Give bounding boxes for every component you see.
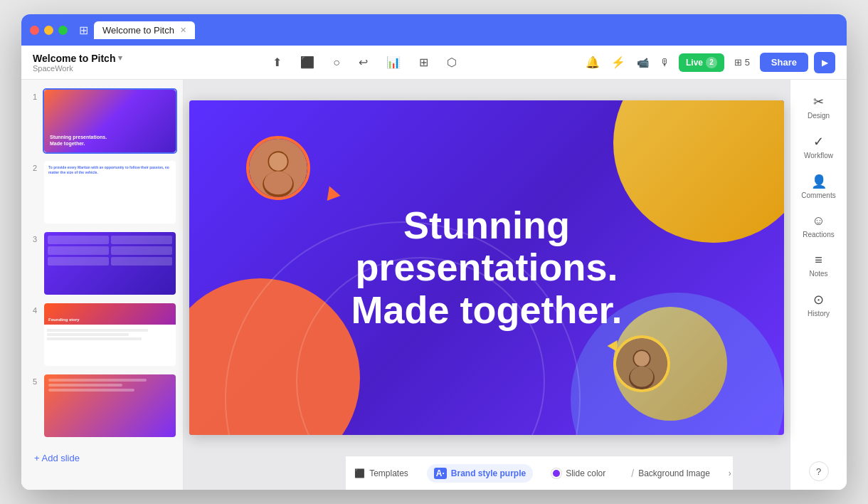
window-controls [30,26,68,35]
tab-title: Welcome to Pitch [102,25,174,36]
templates-label: Templates [369,468,408,478]
chart-tool-icon[interactable]: 📊 [383,53,403,72]
reactions-icon: ☺ [812,214,825,229]
live-button[interactable]: Live 2 [679,53,724,72]
history-tool[interactable]: ⊙ History [795,286,843,323]
comments-tool[interactable]: 👤 Comments [795,168,843,205]
history-icon: ⊙ [813,292,824,308]
slide-preview-5[interactable] [43,373,177,439]
avatar-top-left [246,136,310,200]
workflow-tool[interactable]: ✓ Workflow [795,128,843,165]
notes-tool[interactable]: ≡ Notes [795,247,843,283]
slide-number-4: 4 [27,306,37,315]
active-tab[interactable]: Welcome to Pitch ✕ [94,21,195,39]
design-label: Design [808,112,830,120]
embed-tool-icon[interactable]: ⬡ [444,53,460,72]
help-icon: ? [816,466,821,477]
svg-point-9 [630,367,653,387]
slide-line2: Made together. [273,289,700,331]
slide4-content [44,325,176,345]
bottom-toolbar: ⬛ Templates A· Brand style purple Slide … [346,456,733,490]
canvas-background: Stunning presentations. Made together. [189,100,784,435]
table-tool-icon[interactable]: ⊞ [416,53,431,72]
grid-icon: ⊞ [79,23,88,37]
slide-number-3: 3 [27,235,37,243]
slide-line1: Stunning presentations. [273,204,700,289]
templates-icon: ⬛ [354,468,365,478]
slide3-grid [44,232,176,269]
slide-count-value: 5 [745,57,750,68]
background-icon: / [631,468,634,479]
image-tool-icon[interactable]: ⬛ [297,53,317,72]
mic-icon[interactable]: 🎙 [657,54,673,71]
templates-button[interactable]: ⬛ Templates [347,465,416,482]
workflow-label: Workflow [804,152,833,159]
toolbar: Welcome to Pitch ▾ SpaceWork ⬆ ⬛ ○ ↩ 📊 ⊞… [21,46,847,80]
avatar-bottom-right [613,335,670,392]
slide-preview-3[interactable] [43,231,177,296]
live-count: 2 [706,57,717,68]
arrow-tool-icon[interactable]: ↩ [356,53,371,72]
comments-icon: 👤 [811,174,827,189]
more-options-chevron[interactable]: › [729,468,731,478]
reactions-tool[interactable]: ☺ Reactions [795,208,843,244]
svg-point-8 [634,351,650,367]
maximize-button[interactable] [58,26,68,35]
close-button[interactable] [30,26,39,35]
toolbar-title-area: Welcome to Pitch ▾ SpaceWork [33,53,147,73]
slide-thumb-1[interactable]: 1 Stunning presentations.Made together. [27,88,177,154]
tab-close-icon[interactable]: ✕ [180,26,186,35]
slide-number-1: 1 [27,93,37,101]
slide1-text: Stunning presentations.Made together. [50,135,107,147]
add-slide-button[interactable]: + Add slide [27,447,177,469]
slide-main-text: Stunning presentations. Made together. [273,204,700,331]
background-label: Background Image [638,468,710,478]
slide-preview-1[interactable]: Stunning presentations.Made together. [43,88,177,154]
slide-panel: 1 Stunning presentations.Made together. … [21,80,184,490]
camera-icon[interactable]: 📹 [634,54,652,71]
brand-style-button[interactable]: A· Brand style purple [427,464,533,483]
toolbar-tools: ⬆ ⬛ ○ ↩ 📊 ⊞ ⬡ [147,53,583,72]
notes-label: Notes [809,270,827,278]
avatar-face-1 [249,139,307,197]
slide-thumb-5[interactable]: 5 [27,373,177,439]
app-window: ⊞ Welcome to Pitch ✕ Welcome to Pitch ▾ … [21,14,847,490]
slide-canvas[interactable]: Stunning presentations. Made together. [189,100,784,435]
brand-style-icon: A· [434,468,447,479]
slide4-title: Founding story [48,317,80,322]
slide-thumb-2[interactable]: 2 To provide every Martian with an oppor… [27,159,177,225]
history-label: History [808,310,830,317]
background-image-button[interactable]: / Background Image [624,464,717,483]
minimize-button[interactable] [44,26,53,35]
design-tool[interactable]: ✂ Design [795,88,843,125]
notes-icon: ≡ [815,253,822,268]
bolt-icon[interactable]: ⚡ [608,53,628,72]
cursor-arrow-orange [323,184,341,201]
svg-point-3 [269,152,287,171]
slide-count-button[interactable]: ⊞ 5 [730,54,754,70]
shape-tool-icon[interactable]: ○ [330,53,343,72]
design-icon: ✂ [813,94,824,110]
slide-preview-2[interactable]: To provide every Martian with an opportu… [43,159,177,225]
color-dot-icon [551,468,561,478]
workflow-icon: ✓ [813,134,824,149]
text-tool-icon[interactable]: ⬆ [270,53,285,72]
live-label: Live [686,58,703,68]
help-button[interactable]: ? [809,461,829,481]
bell-icon[interactable]: 🔔 [583,53,603,72]
slide-count-icon: ⊞ [734,57,745,68]
toolbar-actions: 🔔 ⚡ 📹 🎙 Live 2 ⊞ 5 Share ▶ [583,52,835,73]
svg-point-4 [264,172,292,195]
right-sidebar: ✂ Design ✓ Workflow 👤 Comments ☺ Reactio… [790,80,847,490]
slide-color-label: Slide color [566,468,605,478]
share-button[interactable]: Share [760,53,808,72]
play-button[interactable]: ▶ [814,52,835,73]
slide-thumb-3[interactable]: 3 [27,231,177,296]
slide5-content [44,374,176,398]
slide-thumb-4[interactable]: 4 Founding story [27,302,177,367]
add-slide-label: + Add slide [34,453,80,463]
slide-color-button[interactable]: Slide color [544,465,613,482]
chevron-down-icon[interactable]: ▾ [118,53,122,63]
document-title[interactable]: Welcome to Pitch ▾ [33,53,147,64]
slide-preview-4[interactable]: Founding story [43,302,177,367]
